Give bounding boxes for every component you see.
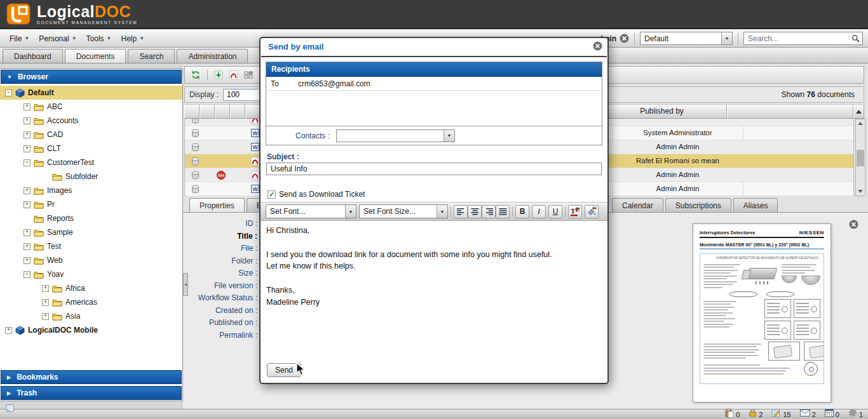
preview-close-icon[interactable] — [849, 220, 858, 229]
tree-item-images[interactable]: +Images — [0, 183, 182, 197]
sidebar-section-bookmarks[interactable]: ▶ Bookmarks — [1, 370, 182, 384]
collapse-icon[interactable]: − — [24, 271, 31, 278]
expand-icon[interactable]: + — [24, 131, 31, 138]
tab-dashboard[interactable]: Dashboard — [3, 49, 63, 63]
menu-help[interactable]: Help▼ — [121, 34, 145, 43]
bold-button[interactable]: B — [515, 205, 529, 218]
chevron-down-icon[interactable]: ▼ — [721, 32, 732, 44]
column-header-published-by[interactable]: Published by — [597, 104, 727, 119]
collapse-icon[interactable]: − — [5, 90, 12, 96]
column-header-empty[interactable] — [215, 104, 230, 119]
expand-icon[interactable]: + — [5, 327, 12, 334]
tree-item-cad[interactable]: +CAD — [0, 128, 182, 142]
menu-file[interactable]: File▼ — [10, 34, 29, 43]
sidebar-section-trash[interactable]: ▶ Trash — [1, 386, 182, 400]
download-ticket-checkbox[interactable]: ✓ — [268, 190, 276, 199]
tab-calendar[interactable]: Calendar — [612, 198, 663, 212]
scroll-down-icon[interactable] — [856, 187, 865, 196]
status-upcoming-events[interactable]: 0 — [825, 411, 839, 418]
recipient-row[interactable]: To crm6853@gmail.com — [266, 77, 602, 91]
status-locked-docs[interactable]: 2 — [749, 411, 763, 418]
tree-item-americas[interactable]: +Americas — [0, 295, 182, 309]
expand-icon[interactable]: + — [24, 145, 31, 152]
chevron-down-icon[interactable]: ▼ — [345, 205, 356, 218]
status-clipboard[interactable]: 0 — [725, 411, 740, 418]
expand-icon[interactable]: + — [24, 243, 31, 250]
expand-icon[interactable]: + — [42, 299, 49, 306]
search-input[interactable] — [744, 34, 851, 43]
layout-grid-icon[interactable] — [244, 71, 253, 79]
tree-item-reports[interactable]: Reports — [0, 211, 182, 225]
subject-input[interactable] — [266, 163, 602, 175]
panel-collapse-handle[interactable]: ◂ — [183, 273, 188, 296]
chevron-down-icon[interactable]: ▼ — [437, 205, 447, 218]
column-header-empty[interactable] — [230, 104, 245, 119]
expand-icon[interactable]: + — [42, 313, 49, 320]
tree-item-sample[interactable]: +Sample — [0, 225, 182, 239]
display-count-input[interactable] — [223, 89, 260, 101]
tree-item-africa[interactable]: +Africa — [0, 281, 182, 295]
background-color-button[interactable] — [585, 205, 599, 218]
column-header-empty[interactable] — [184, 104, 200, 119]
tree-item-web[interactable]: +Web — [0, 253, 182, 267]
menu-tools[interactable]: Tools▼ — [86, 34, 112, 43]
align-justify-button[interactable] — [496, 205, 510, 218]
contacts-select[interactable]: ▼ — [336, 130, 455, 142]
search-icon[interactable] — [851, 34, 860, 43]
expand-icon[interactable]: + — [24, 117, 31, 124]
expand-icon[interactable]: + — [42, 285, 49, 292]
tree-item-default[interactable]: −Default — [0, 86, 182, 100]
font-color-button[interactable]: T — [568, 205, 582, 218]
dialog-close-icon[interactable] — [593, 41, 602, 51]
status-unread-messages[interactable]: 2 — [800, 411, 816, 418]
message-body-editor[interactable]: Hi Christina, I send you the download li… — [261, 222, 607, 360]
tab-subscriptions[interactable]: Subscriptions — [665, 198, 731, 212]
tree-item-logicaldoc-mobile[interactable]: +LogicalDOC Mobile — [0, 323, 182, 337]
align-center-button[interactable] — [468, 205, 482, 218]
sort-up-icon[interactable] — [853, 104, 864, 119]
expand-icon[interactable]: + — [24, 229, 31, 236]
logout-icon[interactable] — [620, 34, 629, 43]
expand-icon[interactable]: + — [24, 201, 31, 208]
tree-item-subfolder[interactable]: Subfolder — [0, 170, 182, 183]
underline-button[interactable]: U — [548, 205, 562, 218]
workspace-select[interactable]: Default ▼ — [640, 32, 733, 45]
tree-item-accounts[interactable]: +Accounts — [0, 114, 182, 128]
scroll-up-icon[interactable] — [856, 119, 865, 128]
event-log-icon[interactable] — [4, 404, 15, 413]
tree-item-customertest[interactable]: −CustomerTest — [0, 156, 182, 170]
tab-administration[interactable]: Administration — [177, 49, 248, 63]
tree-item-pr[interactable]: +Pr — [0, 197, 182, 211]
tab-properties[interactable]: Properties — [189, 198, 245, 212]
tree-item-yoav[interactable]: −Yoav — [0, 267, 182, 281]
tab-aliases[interactable]: Aliases — [733, 198, 778, 212]
status-checked-out-docs[interactable]: 15 — [771, 411, 790, 418]
tree-item-abc[interactable]: +ABC — [0, 100, 182, 114]
tree-item-asia[interactable]: +Asia — [0, 309, 182, 323]
font-size-select[interactable]: Set Font Size... ▼ — [359, 204, 448, 218]
refresh-icon[interactable] — [191, 70, 201, 79]
sidebar-section-browser[interactable]: ▼ Browser — [1, 70, 182, 84]
tab-documents[interactable]: Documents — [65, 49, 126, 63]
download-icon[interactable] — [214, 70, 223, 79]
align-left-button[interactable] — [454, 205, 468, 218]
contacts-input[interactable] — [337, 130, 444, 142]
expand-icon[interactable]: + — [24, 103, 31, 110]
column-header-empty[interactable] — [200, 104, 215, 119]
scrollbar-thumb[interactable] — [857, 150, 864, 166]
tree-item-clt[interactable]: +CLT — [0, 142, 182, 156]
expand-icon[interactable]: + — [24, 257, 31, 264]
column-header-empty[interactable] — [245, 104, 261, 119]
tree-item-test[interactable]: +Test — [0, 239, 182, 253]
chevron-down-icon[interactable]: ▼ — [444, 130, 454, 142]
font-family-select[interactable]: Set Font... ▼ — [266, 204, 356, 218]
expand-icon[interactable]: + — [24, 187, 31, 194]
italic-button[interactable]: I — [532, 205, 546, 218]
recipient-email[interactable]: crm6853@gmail.com — [298, 79, 370, 88]
tab-search[interactable]: Search — [128, 49, 175, 63]
align-right-button[interactable] — [482, 205, 496, 218]
status-workflow-tasks[interactable]: 1 — [848, 411, 863, 418]
collapse-icon[interactable]: − — [24, 159, 31, 166]
export-pdf-icon[interactable] — [229, 70, 238, 79]
menu-personal[interactable]: Personal▼ — [39, 34, 76, 43]
